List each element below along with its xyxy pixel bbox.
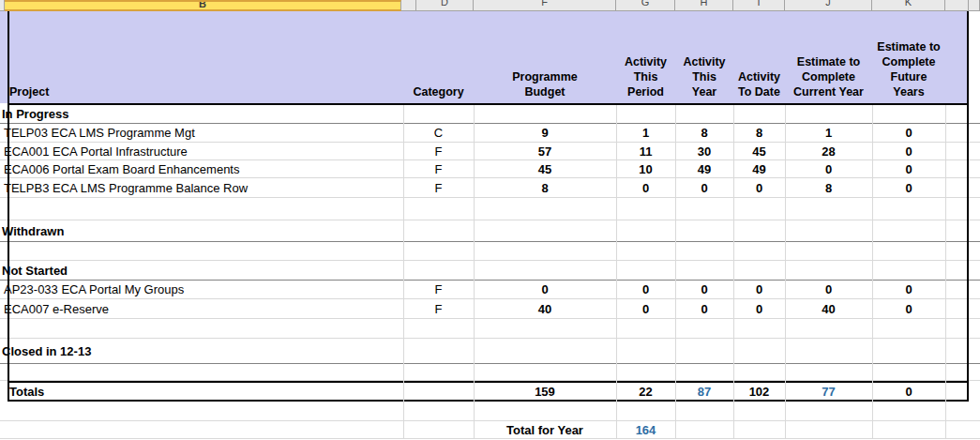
table-header-block: ProjectCategoryProgramme BudgetActivity … xyxy=(0,11,969,103)
cell-value[interactable]: 0 xyxy=(872,383,945,400)
section-label[interactable]: Not Started xyxy=(2,261,68,280)
column-header-I[interactable]: I xyxy=(733,0,785,11)
cell-value[interactable]: 30 xyxy=(675,143,733,159)
header-programme_budget[interactable]: Programme Budget xyxy=(474,11,616,103)
cell-value[interactable]: 87 xyxy=(675,383,733,400)
cell-value[interactable]: 49 xyxy=(733,160,785,177)
blank-row xyxy=(0,242,980,261)
cell-category[interactable]: F xyxy=(403,281,474,298)
cell-value[interactable]: 22 xyxy=(616,383,675,400)
project-row: ECA007 e-ReserveF40000400 xyxy=(0,299,980,319)
cell-project-name[interactable]: ECA007 e-Reserve xyxy=(2,299,396,318)
header-estimate_current_year[interactable]: Estimate to Complete Current Year xyxy=(785,11,872,103)
cell-value[interactable]: 49 xyxy=(675,160,733,177)
column-header-K[interactable]: K xyxy=(872,0,945,11)
cell-value[interactable]: 0 xyxy=(872,299,945,318)
header-activity_to_date[interactable]: Activity To Date xyxy=(733,11,785,103)
blank-row xyxy=(0,402,980,421)
cell-value[interactable]: 0 xyxy=(785,281,872,298)
column-header-cell[interactable] xyxy=(401,0,416,11)
blank-row xyxy=(0,364,980,381)
project-row: ECA006 Portal Exam Board EnhancementsF45… xyxy=(0,160,980,178)
section-label[interactable]: Closed in 12-13 xyxy=(2,339,91,363)
header-project[interactable]: Project xyxy=(8,11,403,103)
cell-value[interactable]: 8 xyxy=(785,178,872,197)
blank-row xyxy=(0,198,980,220)
cell-value[interactable]: 0 xyxy=(675,299,733,318)
cell-value[interactable]: 159 xyxy=(474,383,616,400)
column-letter: K xyxy=(872,0,944,11)
header-activity_this_period[interactable]: Activity This Period xyxy=(616,11,675,103)
cell-category[interactable]: F xyxy=(403,299,474,318)
cell-value[interactable]: 28 xyxy=(785,143,872,159)
column-header-H[interactable]: H xyxy=(675,0,733,11)
cell-value[interactable]: 102 xyxy=(733,383,785,400)
cell-category[interactable]: F xyxy=(403,178,474,197)
cell-value[interactable]: 8 xyxy=(733,124,785,142)
cell-value[interactable]: 0 xyxy=(872,160,945,177)
cell-value[interactable]: 0 xyxy=(733,178,785,197)
section-row: Withdrawn xyxy=(0,220,980,242)
gridline xyxy=(616,105,617,439)
totals-label[interactable]: Totals xyxy=(9,383,44,400)
cell-value[interactable]: 0 xyxy=(872,124,945,142)
project-row: TELPB3 ECA LMS Programme Balance RowF800… xyxy=(0,178,980,198)
section-row: Not Started xyxy=(0,261,980,281)
cell-project-name[interactable]: ECA001 ECA Portal Infrastructure xyxy=(2,143,396,159)
cell-value[interactable]: 1 xyxy=(616,124,675,142)
cell-value[interactable]: 0 xyxy=(872,143,945,159)
cell-value[interactable]: 45 xyxy=(474,160,616,177)
cell-value[interactable]: 0 xyxy=(675,178,733,197)
cell-value[interactable]: 0 xyxy=(616,299,675,318)
cell-value[interactable]: 0 xyxy=(733,281,785,298)
cell-category[interactable]: F xyxy=(403,160,474,177)
column-letter: J xyxy=(785,0,871,11)
table-border xyxy=(8,11,9,402)
cell-project-name[interactable]: TELP03 ECA LMS Programme Mgt xyxy=(2,124,396,142)
section-label[interactable]: Withdrawn xyxy=(2,220,64,241)
cell-value[interactable]: 77 xyxy=(785,383,872,400)
cell-project-name[interactable]: ECA006 Portal Exam Board Enhancements xyxy=(2,160,396,177)
cell-value[interactable]: 0 xyxy=(616,178,675,197)
cell-value[interactable]: 0 xyxy=(872,178,945,197)
cell-value[interactable]: 0 xyxy=(616,281,675,298)
cell-value[interactable]: 10 xyxy=(616,160,675,177)
cell-category[interactable]: C xyxy=(403,124,474,142)
column-header-F[interactable]: F xyxy=(474,0,616,11)
cell-value[interactable]: 1 xyxy=(785,124,872,142)
cell-value[interactable]: 9 xyxy=(474,124,616,142)
header-category[interactable]: Category xyxy=(403,11,474,103)
column-header-D[interactable]: D xyxy=(416,0,474,11)
cell-value[interactable]: 8 xyxy=(675,124,733,142)
cell-value[interactable]: 0 xyxy=(474,281,616,298)
column-header-B[interactable]: B xyxy=(5,0,401,11)
cell-value[interactable]: 0 xyxy=(785,160,872,177)
gridline xyxy=(945,105,946,439)
column-header-cell[interactable] xyxy=(945,0,969,11)
cell-value[interactable]: 11 xyxy=(616,143,675,159)
gridline xyxy=(675,105,676,439)
footer-value[interactable]: 164 xyxy=(616,421,675,438)
cell-value[interactable]: 40 xyxy=(785,299,872,318)
footer-label[interactable]: Total for Year xyxy=(474,421,616,438)
column-letter: I xyxy=(733,0,784,11)
header-estimate_future_years[interactable]: Estimate to Complete Future Years xyxy=(872,11,945,103)
header-activity_this_year[interactable]: Activity This Year xyxy=(675,11,733,103)
gridline xyxy=(733,105,734,439)
column-header-J[interactable]: J xyxy=(785,0,872,11)
column-header-strip: BDFGHIJK xyxy=(0,0,980,11)
section-label[interactable]: In Progress xyxy=(2,105,69,123)
cell-value[interactable]: 8 xyxy=(474,178,616,197)
cell-value[interactable]: 57 xyxy=(474,143,616,159)
cell-value[interactable]: 45 xyxy=(733,143,785,159)
cell-value[interactable]: 40 xyxy=(474,299,616,318)
column-header-G[interactable]: G xyxy=(616,0,675,11)
cell-category[interactable]: F xyxy=(403,143,474,159)
project-row: TELP03 ECA LMS Programme MgtC918810 xyxy=(0,124,980,143)
cell-value[interactable]: 0 xyxy=(675,281,733,298)
cell-value[interactable]: 0 xyxy=(733,299,785,318)
cell-project-name[interactable]: TELPB3 ECA LMS Programme Balance Row xyxy=(2,178,396,197)
cell-value[interactable]: 0 xyxy=(872,281,945,298)
cell-project-name[interactable]: AP23-033 ECA Portal My Groups xyxy=(2,281,396,298)
column-header-cell[interactable] xyxy=(969,0,980,11)
